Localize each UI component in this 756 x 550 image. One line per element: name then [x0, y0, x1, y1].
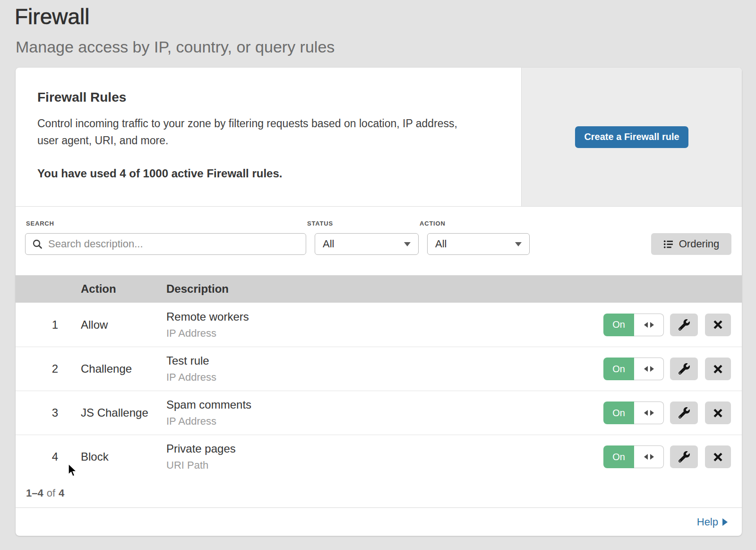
toggle-arrows[interactable]: [634, 445, 664, 468]
wrench-icon: [679, 407, 690, 419]
rule-controls: On: [603, 314, 742, 336]
toggle-arrows[interactable]: [634, 358, 664, 380]
status-value: All: [323, 238, 334, 250]
rule-priority: 1: [16, 318, 69, 332]
ordering-button[interactable]: Ordering: [651, 233, 731, 255]
chevron-right-icon: [722, 518, 728, 526]
edit-rule-button[interactable]: [670, 402, 698, 424]
arrow-left-icon: [644, 410, 648, 416]
wrench-icon: [679, 319, 690, 331]
status-label: STATUS: [307, 220, 419, 227]
create-firewall-rule-button[interactable]: Create a Firewall rule: [575, 126, 688, 148]
edit-rule-button[interactable]: [670, 314, 698, 336]
delete-rule-button[interactable]: [705, 445, 731, 468]
arrow-right-icon: [650, 410, 654, 416]
filters-bar: SEARCH STATUS All ACTION All Ordering: [16, 207, 742, 275]
arrow-left-icon: [644, 322, 648, 328]
firewall-rule-row: 4 Block Private pages URI Path On: [16, 435, 742, 479]
rule-match-type: IP Address: [166, 327, 603, 340]
table-header: Action Description: [16, 275, 742, 303]
rule-description: Spam comments IP Address: [166, 398, 603, 428]
chevron-down-icon: [515, 242, 522, 246]
rule-action: Allow: [69, 318, 166, 332]
firewall-card: Firewall Rules Control incoming traffic …: [16, 68, 742, 536]
toggle-on-state: On: [603, 402, 634, 424]
toggle-on-state: On: [603, 358, 634, 380]
close-icon: [713, 408, 723, 418]
delete-rule-button[interactable]: [705, 314, 731, 336]
firewall-rules-intro: Firewall Rules Control incoming traffic …: [16, 68, 521, 206]
rule-controls: On: [603, 358, 742, 380]
action-select[interactable]: All: [427, 233, 530, 255]
rule-enabled-toggle[interactable]: On: [603, 314, 664, 336]
action-group: ACTION All: [419, 220, 530, 255]
close-icon: [713, 452, 723, 462]
arrow-right-icon: [650, 322, 654, 328]
rule-priority: 2: [16, 362, 69, 375]
status-select[interactable]: All: [315, 233, 419, 255]
usage-summary: You have used 4 of 1000 active Firewall …: [37, 167, 521, 180]
arrow-left-icon: [644, 366, 648, 372]
rule-description-title: Spam comments: [166, 398, 603, 411]
rule-description: Test rule IP Address: [166, 354, 603, 384]
search-label: SEARCH: [26, 220, 306, 227]
page-title: Firewall: [15, 4, 89, 29]
rule-description-title: Test rule: [166, 354, 603, 367]
wrench-icon: [679, 363, 690, 375]
firewall-rule-row: 3 JS Challenge Spam comments IP Address …: [16, 391, 742, 435]
delete-rule-button[interactable]: [705, 402, 731, 424]
help-link[interactable]: Help: [697, 516, 728, 528]
rule-action: JS Challenge: [69, 406, 166, 419]
search-input[interactable]: [47, 237, 299, 251]
rule-description-title: Private pages: [166, 442, 603, 455]
action-label: ACTION: [420, 220, 530, 227]
help-label: Help: [697, 516, 718, 528]
edit-rule-button[interactable]: [670, 445, 698, 468]
page-subtitle: Manage access by IP, country, or query r…: [16, 38, 335, 56]
firewall-rule-row: 2 Challenge Test rule IP Address On: [16, 347, 742, 391]
arrow-right-icon: [650, 366, 654, 372]
mouse-cursor: [68, 463, 79, 478]
chevron-down-icon: [404, 242, 411, 246]
rule-match-type: URI Path: [166, 459, 603, 471]
action-value: All: [435, 238, 447, 250]
card-footer: Help: [16, 507, 742, 536]
rule-enabled-toggle[interactable]: On: [603, 445, 664, 468]
rule-description-title: Remote workers: [166, 310, 603, 323]
rule-enabled-toggle[interactable]: On: [603, 402, 664, 424]
close-icon: [713, 320, 723, 330]
rule-action: Block: [69, 450, 166, 463]
rule-priority: 4: [16, 450, 69, 463]
page-range-of: of: [47, 487, 55, 499]
rule-controls: On: [603, 402, 742, 424]
search-group: SEARCH: [25, 220, 306, 255]
rule-match-type: IP Address: [166, 371, 603, 384]
toggle-arrows[interactable]: [634, 402, 664, 424]
ordered-list-icon: [663, 239, 673, 249]
search-icon: [32, 239, 43, 249]
firewall-rule-row: 1 Allow Remote workers IP Address On: [16, 303, 742, 347]
rule-priority: 3: [16, 406, 69, 419]
status-group: STATUS All: [306, 220, 419, 255]
wrench-icon: [679, 451, 690, 463]
firewall-rules-header-section: Firewall Rules Control incoming traffic …: [16, 68, 742, 207]
rules-table-body: 1 Allow Remote workers IP Address On 2 C…: [16, 303, 742, 479]
toggle-on-state: On: [603, 445, 634, 468]
cta-panel: Create a Firewall rule: [521, 68, 742, 206]
close-icon: [713, 364, 723, 374]
arrow-left-icon: [644, 454, 648, 460]
pagination: 1–4 of 4: [16, 479, 742, 507]
rule-enabled-toggle[interactable]: On: [603, 358, 664, 380]
column-header-action: Action: [69, 282, 166, 296]
edit-rule-button[interactable]: [670, 358, 698, 380]
rule-description: Remote workers IP Address: [166, 310, 603, 340]
arrow-right-icon: [650, 454, 654, 460]
rule-action: Challenge: [69, 362, 166, 375]
toggle-arrows[interactable]: [634, 314, 664, 336]
page-range: 1–4: [26, 487, 43, 499]
delete-rule-button[interactable]: [705, 358, 731, 380]
ordering-label: Ordering: [679, 238, 720, 250]
section-description: Control incoming traffic to your zone by…: [37, 115, 458, 149]
page-total: 4: [59, 487, 64, 499]
toggle-on-state: On: [603, 314, 634, 336]
